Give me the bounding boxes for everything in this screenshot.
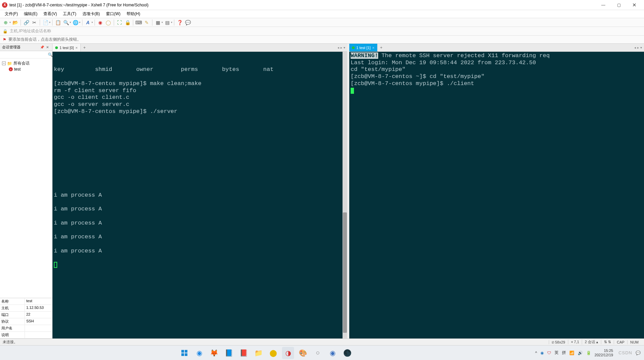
right-pane: 1 test [1] × ＋ ◂ ▸ ▾ WARNING! The remote… — [349, 44, 644, 338]
taskbar-circle1-icon[interactable]: ○ — [312, 347, 324, 359]
sidebar-close-icon[interactable]: ✕ — [45, 45, 50, 49]
tray-sync-icon[interactable]: ◉ — [540, 351, 544, 355]
folder-icon: 📁 — [7, 61, 12, 66]
tab-add-button[interactable]: ＋ — [378, 44, 385, 51]
tree-collapse-icon[interactable]: − — [2, 62, 6, 65]
window-title: test [1] - zcb@VM-8-7-centos:~/test/mypi… — [9, 3, 596, 7]
maximize-button[interactable]: ▢ — [611, 0, 627, 10]
tray-ime-mode[interactable]: 拼 — [562, 350, 566, 356]
tab-prev-icon[interactable]: ◂ — [634, 46, 636, 49]
prop-label: 主机 — [0, 305, 25, 311]
disconnect-icon[interactable]: ✂ — [31, 19, 38, 26]
menu-edit[interactable]: 编辑(E) — [21, 10, 40, 18]
left-terminal[interactable]: key shmid owner perms bytes nat [zcb@VM-… — [52, 52, 347, 338]
keyboard-icon[interactable]: ⌨ — [135, 19, 142, 26]
tab-add-button[interactable]: ＋ — [81, 44, 88, 51]
status-cursor: ⌖ 7,1 — [568, 340, 582, 344]
taskbar-circle2-icon[interactable]: ◉ — [326, 347, 338, 359]
tray-volume-icon[interactable]: 🔊 — [578, 351, 583, 355]
split-icon[interactable]: ▤ — [164, 19, 171, 26]
prop-value: 1.12.50.53 — [25, 305, 52, 311]
status-caps: CAP — [614, 340, 627, 344]
right-terminal[interactable]: WARNING! The remote SSH server rejected … — [349, 52, 644, 338]
terminal-line: i am process A — [54, 234, 346, 241]
menu-tabs[interactable]: 选项卡(B) — [80, 10, 103, 18]
sidebar-search: 🔍 — [0, 51, 52, 58]
taskbar-firefox-icon[interactable]: 🦊 — [208, 347, 220, 359]
tree-root[interactable]: − 📁 所有会话 — [1, 60, 51, 67]
stop-icon[interactable]: ◯ — [105, 19, 112, 26]
help-icon[interactable]: ❓ — [176, 19, 183, 26]
minimize-button[interactable]: — — [596, 0, 611, 10]
terminal-line — [54, 164, 346, 171]
sidebar-pin-icon[interactable]: 📌 — [39, 45, 45, 49]
tray-wifi-icon[interactable]: 📶 — [569, 351, 574, 355]
taskbar-word-icon[interactable]: 📘 — [223, 347, 235, 359]
terminal-line — [54, 185, 346, 192]
taskbar-app-icon[interactable]: ⬤ — [267, 347, 279, 359]
taskbar-pdf-icon[interactable]: 📕 — [238, 347, 250, 359]
lock-icon[interactable]: 🔒 — [124, 19, 131, 26]
prop-row: 协议SSH — [0, 318, 52, 325]
tab-next-icon[interactable]: ▸ — [637, 46, 639, 49]
start-button[interactable] — [178, 347, 190, 359]
menu-view[interactable]: 查看(V) — [41, 10, 60, 18]
copy-icon[interactable]: 📄 — [42, 19, 49, 26]
terminal-line — [54, 199, 346, 206]
tab-close-icon[interactable]: × — [75, 46, 77, 50]
new-session-icon[interactable]: ⊕ — [2, 19, 9, 26]
tray-shield-icon[interactable]: 🛡 — [547, 351, 551, 355]
taskbar-xshell-icon[interactable]: ◑ — [282, 347, 294, 359]
terminal-line: i am process A — [54, 220, 346, 227]
terminal-scrollbar[interactable] — [343, 52, 347, 338]
scrollbar-thumb[interactable] — [343, 212, 347, 333]
tree-session-test[interactable]: x test — [1, 67, 51, 72]
find-icon[interactable]: 🔍 — [62, 19, 70, 26]
taskbar-edge-icon[interactable]: ◉ — [193, 347, 205, 359]
menu-window[interactable]: 窗口(W) — [103, 10, 123, 18]
tab-close-icon[interactable]: × — [372, 46, 374, 50]
chat-icon[interactable]: 💬 — [184, 19, 191, 26]
addressbar-placeholder[interactable]: 主机,IP地址或会话名称 — [10, 28, 51, 34]
prop-value — [25, 332, 52, 338]
terminal-line — [54, 136, 346, 143]
tray-clock[interactable]: 15:25 2022/12/19 — [595, 349, 613, 357]
titlebar: X test [1] - zcb@VM-8-7-centos:~/test/my… — [0, 0, 644, 10]
reconnect-icon[interactable]: 🔗 — [23, 19, 30, 26]
tray-notifications-icon[interactable]: 💬 — [636, 351, 641, 355]
taskbar-explorer-icon[interactable]: 📁 — [252, 347, 264, 359]
record-icon[interactable]: ◉ — [97, 19, 104, 26]
close-button[interactable]: ✕ — [627, 0, 642, 10]
fullscreen-icon[interactable]: ⛶ — [116, 19, 123, 26]
tray-battery-icon[interactable]: 🔋 — [586, 351, 591, 355]
taskbar-paint-icon[interactable]: 🎨 — [297, 347, 309, 359]
menu-file[interactable]: 文件(F) — [2, 10, 21, 18]
session-tree: − 📁 所有会话 x test — [0, 58, 52, 298]
highlight-icon[interactable]: ✎ — [143, 19, 150, 26]
addressbar-lock-icon: 🔒 — [3, 29, 8, 34]
prop-label: 名称 — [0, 298, 25, 305]
terminal-line: cd "test/mypipe" — [351, 66, 643, 73]
tab-menu-icon[interactable]: ▾ — [344, 46, 345, 49]
paste-icon[interactable]: 📋 — [54, 19, 62, 26]
terminal-cursor-line — [351, 87, 643, 94]
terminal-line — [54, 254, 346, 262]
tab-next-icon[interactable]: ▸ — [341, 46, 342, 49]
terminal-line — [54, 150, 346, 157]
tray-chevron-icon[interactable]: ^ — [535, 351, 537, 355]
session-manager-sidebar: 会话管理器 📌 ✕ 🔍 − 📁 所有会话 x test 名称test 主机1.1… — [0, 44, 52, 338]
sidebar-search-input[interactable] — [1, 52, 48, 58]
menu-help[interactable]: 帮助(H) — [124, 10, 143, 18]
menu-tools[interactable]: 工具(T) — [60, 10, 79, 18]
tab-test-1[interactable]: 1 test [1] × — [349, 44, 378, 51]
search-icon[interactable]: 🔍 — [48, 52, 53, 57]
layout-icon[interactable]: ▦ — [154, 19, 162, 26]
tab-menu-icon[interactable]: ▾ — [640, 46, 642, 49]
tab-test-0[interactable]: 1 test [0] × — [52, 44, 81, 51]
taskbar-eclipse-icon[interactable]: 🌑 — [341, 347, 353, 359]
tray-ime-lang[interactable]: 英 — [554, 350, 559, 356]
tab-prev-icon[interactable]: ◂ — [337, 46, 339, 49]
globe-icon[interactable]: 🌐 — [72, 19, 79, 26]
open-folder-icon[interactable]: 📂 — [11, 19, 19, 26]
font-icon[interactable]: A — [84, 19, 92, 26]
